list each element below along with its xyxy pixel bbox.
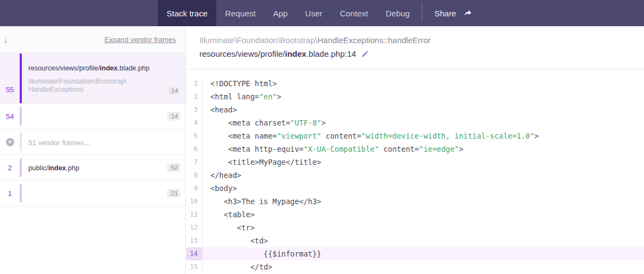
- line-number: 15: [186, 260, 203, 273]
- code-row-10: 10 <h3>The is Mypage</h3>: [186, 195, 644, 208]
- stack-frame-1[interactable]: 1:21: [0, 181, 185, 206]
- frame-body: public/index.php: [22, 155, 185, 180]
- code-row-15: 15 </td>: [186, 260, 644, 273]
- frame-number: 2: [0, 155, 20, 180]
- frame-file-path: resources/views/profile/index.blade.php: [28, 64, 161, 72]
- frame-number: 55: [0, 53, 20, 103]
- line-number: 12: [186, 221, 203, 234]
- method-namespace: Illuminate\Foundation\Bootstrap\: [199, 35, 317, 45]
- line-number-badge: :14: [167, 86, 180, 95]
- exception-header: Illuminate\Foundation\Bootstrap\HandleEx…: [186, 26, 644, 69]
- tab-context[interactable]: Context: [331, 0, 377, 26]
- line-number: 13: [186, 234, 203, 247]
- content-area: ↑ ↓ Expand vendor frames 55resources/vie…: [0, 26, 644, 274]
- line-number-badge: :14: [167, 112, 180, 121]
- main-panel: Illuminate\Foundation\Bootstrap\HandleEx…: [186, 26, 644, 274]
- line-number: 3: [186, 103, 203, 116]
- line-number: 1: [186, 77, 203, 90]
- line-number: 4: [186, 116, 203, 129]
- tab-debug[interactable]: Debug: [377, 0, 418, 26]
- code-row-2: 2<html lang="en">: [186, 90, 644, 103]
- share-arrow-icon: [463, 9, 473, 17]
- frame-class-name: Illuminate\Foundation\Bootstrap\HandleEx…: [28, 78, 150, 94]
- method-name: HandleExceptions::handleError: [317, 35, 431, 45]
- stack-frames-sidebar: ↑ ↓ Expand vendor frames 55resources/vie…: [0, 26, 186, 274]
- code-row-12: 12 <tr>: [186, 221, 644, 234]
- frame-number: 54: [0, 104, 20, 129]
- code-line-text: <tr>: [203, 221, 255, 234]
- code-line-text: <html lang="en">: [203, 90, 281, 103]
- code-row-5: 5 <meta name="viewport" content="width=d…: [186, 129, 644, 142]
- code-lines: 1<!DOCTYPE html>2<html lang="en">3<head>…: [186, 77, 644, 273]
- sidebar-header: ↑ ↓ Expand vendor frames: [0, 26, 185, 53]
- vendor-frames-label: 51 vendor frames…: [28, 139, 161, 147]
- code-row-14: 14 {{$informat}}: [186, 247, 644, 260]
- vendor-frames-toggle[interactable]: +51 vendor frames…: [0, 129, 185, 155]
- code-viewer: 1<!DOCTYPE html>2<html lang="en">3<head>…: [186, 69, 644, 274]
- code-line-text: <head>: [203, 103, 237, 116]
- frame-file-path: public/index.php: [28, 164, 161, 172]
- code-line-text: </td>: [203, 260, 273, 273]
- line-number: 6: [186, 142, 203, 156]
- line-number-badge: :52: [167, 163, 180, 172]
- frame-number: 1: [0, 181, 20, 206]
- file-path-line: resources/views/profile/index.blade.php:…: [199, 47, 644, 61]
- code-line-text: <body>: [203, 182, 237, 195]
- stack-frame-2[interactable]: 2public/index.php:52: [0, 155, 185, 181]
- expand-vendor-frames-link[interactable]: Expand vendor frames: [104, 35, 176, 44]
- code-line-text: </head>: [203, 169, 241, 182]
- code-row-6: 6 <meta http-equiv="X-UA-Compatible" con…: [186, 142, 644, 156]
- code-line-text: <td>: [203, 234, 268, 247]
- line-number: 8: [186, 169, 203, 182]
- arrow-down-icon[interactable]: ↓: [3, 35, 8, 44]
- vendor-plus: +: [0, 129, 20, 154]
- line-number: 11: [186, 208, 203, 221]
- code-row-13: 13 <td>: [186, 234, 644, 247]
- tab-stack-trace[interactable]: Stack trace: [158, 0, 216, 26]
- stack-frame-55[interactable]: 55resources/views/profile/index.blade.ph…: [0, 53, 185, 104]
- exception-method: Illuminate\Foundation\Bootstrap\HandleEx…: [199, 33, 644, 47]
- top-nav: Stack traceRequestAppUserContextDebug Sh…: [0, 0, 644, 26]
- code-line-text: <h3>The is Mypage</h3>: [203, 195, 321, 208]
- plus-circle-icon: +: [6, 138, 14, 146]
- line-number: 5: [186, 129, 203, 142]
- frame-body: [22, 104, 185, 129]
- frame-body: resources/views/profile/index.blade.phpI…: [22, 53, 185, 103]
- tab-app[interactable]: App: [264, 0, 297, 26]
- ignition-error-page: Stack traceRequestAppUserContextDebug Sh…: [0, 0, 644, 274]
- frame-body: [22, 181, 185, 206]
- nav-tabs: Stack traceRequestAppUserContextDebug: [158, 0, 418, 26]
- file-path: resources/views/profile/index.blade.php:…: [199, 47, 356, 61]
- arrow-up-icon[interactable]: ↑: [0, 35, 1, 44]
- line-number-badge: :21: [167, 189, 180, 198]
- code-line-text: <meta charset="UTF-8">: [203, 116, 326, 129]
- code-row-1: 1<!DOCTYPE html>: [186, 77, 644, 90]
- code-line-text: <meta name="viewport" content="width=dev…: [203, 129, 539, 142]
- edit-pencil-icon[interactable]: [361, 50, 369, 58]
- tab-user[interactable]: User: [297, 0, 332, 26]
- frames-list: 55resources/views/profile/index.blade.ph…: [0, 53, 185, 206]
- stack-frame-54[interactable]: 54:14: [0, 104, 185, 129]
- share-label: Share: [434, 9, 456, 18]
- line-number: 2: [186, 90, 203, 103]
- code-row-3: 3<head>: [186, 103, 644, 116]
- code-line-text: {{$informat}}: [203, 247, 321, 260]
- frame-body: 51 vendor frames…: [22, 129, 185, 154]
- code-line-text: <table>: [203, 208, 255, 221]
- code-line-text: <meta http-equiv="X-UA-Compatible" conte…: [203, 142, 463, 156]
- code-line-text: <title>MyPage</title>: [203, 156, 321, 169]
- code-row-4: 4 <meta charset="UTF-8">: [186, 116, 644, 129]
- code-row-9: 9<body>: [186, 182, 644, 195]
- line-number: 10: [186, 195, 203, 208]
- line-number: 14: [186, 247, 203, 260]
- nav-divider: [422, 4, 422, 22]
- line-number: 9: [186, 182, 203, 195]
- tab-request[interactable]: Request: [216, 0, 264, 26]
- code-row-7: 7 <title>MyPage</title>: [186, 156, 644, 169]
- code-row-11: 11 <table>: [186, 208, 644, 221]
- code-line-text: <!DOCTYPE html>: [203, 77, 277, 90]
- line-number: 7: [186, 156, 203, 169]
- code-row-8: 8</head>: [186, 169, 644, 182]
- share-button[interactable]: Share: [426, 0, 482, 26]
